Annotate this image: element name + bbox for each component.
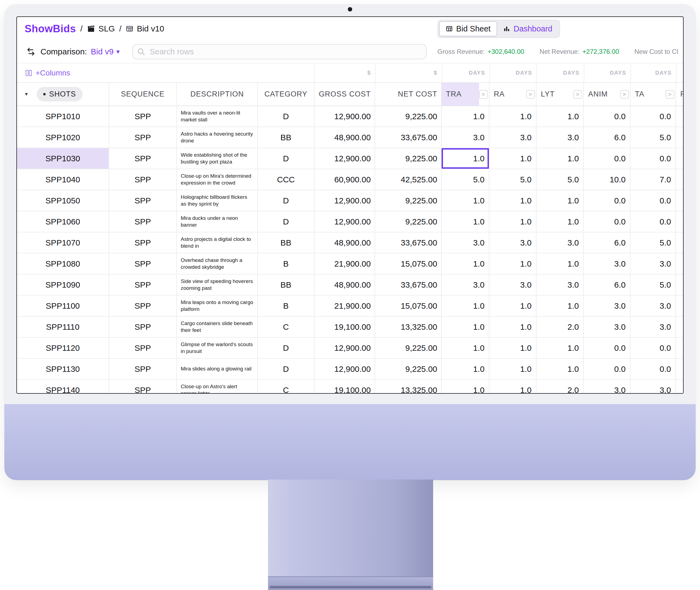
cell-gross-cost[interactable]: 48,900.00	[314, 127, 375, 148]
cell-lyt-days[interactable]: 1.0	[536, 106, 584, 126]
cell-anim-days[interactable]: 0.0	[584, 106, 630, 126]
cell-category[interactable]: B	[258, 296, 314, 316]
cell-r-days[interactable]	[676, 380, 684, 394]
cell-gross-cost[interactable]: 12,900.00	[314, 211, 375, 232]
cell-anim-days[interactable]: 3.0	[584, 296, 630, 316]
cell-gross-cost[interactable]: 48,900.00	[314, 275, 375, 295]
cell-r-days[interactable]	[676, 296, 684, 316]
cell-lyt-days[interactable]: 3.0	[536, 127, 584, 148]
cell-shot-id[interactable]: SPP1020	[17, 127, 109, 148]
cell-anim-days[interactable]: 3.0	[584, 254, 630, 274]
cell-gross-cost[interactable]: 21,900.00	[314, 254, 375, 274]
cell-tra-days[interactable]: 1.0	[441, 296, 489, 316]
comparison-select[interactable]: Bid v9	[91, 47, 113, 56]
cell-sequence[interactable]: SPP	[109, 148, 177, 169]
cell-shot-id[interactable]: SPP1130	[17, 359, 109, 379]
cell-ta-days[interactable]: 3.0	[630, 380, 676, 394]
cell-net-cost[interactable]: 13,325.00	[375, 317, 441, 337]
cell-sequence[interactable]: SPP	[109, 296, 177, 316]
column-header-label-lyt[interactable]: LYT	[536, 83, 573, 106]
cell-ta-days[interactable]: 0.0	[630, 338, 676, 358]
cell-gross-cost[interactable]: 12,900.00	[314, 338, 375, 358]
cell-anim-days[interactable]: 0.0	[584, 338, 630, 358]
chevron-down-icon[interactable]: ▾	[116, 48, 119, 56]
cell-shot-id[interactable]: SPP1080	[17, 254, 109, 274]
cell-ta-days[interactable]: 3.0	[630, 296, 676, 316]
cell-ta-days[interactable]: 0.0	[630, 148, 676, 169]
cell-net-cost[interactable]: 9,225.00	[375, 211, 441, 232]
cell-gross-cost[interactable]: 48,900.00	[314, 232, 375, 253]
cell-description[interactable]: Mira slides along a glowing rail	[177, 359, 258, 379]
cell-tra-days[interactable]: 1.0	[441, 190, 489, 211]
collapse-caret-icon[interactable]: ▼	[24, 92, 29, 97]
cell-r-days[interactable]	[676, 317, 684, 337]
cell-anim-days[interactable]: 0.0	[584, 148, 630, 169]
cell-lyt-days[interactable]: 1.0	[536, 254, 584, 274]
cell-gross-cost[interactable]: 12,900.00	[314, 148, 375, 169]
cell-r-days[interactable]	[676, 254, 684, 274]
cell-r-days[interactable]	[676, 211, 684, 232]
cell-net-cost[interactable]: 42,525.00	[375, 169, 441, 190]
cell-shot-id[interactable]: SPP1040	[17, 169, 109, 190]
cell-sequence[interactable]: SPP	[109, 232, 177, 253]
column-header-label-ra[interactable]: RA	[489, 83, 526, 106]
cell-ra-days[interactable]: 3.0	[489, 127, 536, 148]
cell-anim-days[interactable]: 6.0	[584, 232, 630, 253]
cell-description[interactable]: Side view of speeding hoverers zooming p…	[177, 275, 258, 295]
cell-description[interactable]: Astro projects a digital clock to blend …	[177, 232, 258, 253]
breadcrumb-bid[interactable]: Bid v10	[126, 24, 164, 33]
cell-shot-id[interactable]: SPP1090	[17, 275, 109, 295]
cell-net-cost[interactable]: 13,325.00	[375, 380, 441, 394]
cell-lyt-days[interactable]: 1.0	[536, 338, 584, 358]
cell-r-days[interactable]	[676, 127, 684, 148]
column-header-label-tra[interactable]: TRA	[441, 83, 479, 106]
cell-lyt-days[interactable]: 1.0	[536, 190, 584, 211]
breadcrumb-project[interactable]: SLG	[87, 24, 115, 33]
cell-ra-days[interactable]: 1.0	[489, 148, 536, 169]
cell-category[interactable]: CCC	[258, 169, 314, 190]
cell-tra-days[interactable]: 1.0	[441, 317, 489, 337]
cell-ta-days[interactable]: 0.0	[630, 211, 676, 232]
column-header-label-anim[interactable]: ANIM	[584, 83, 620, 106]
cell-net-cost[interactable]: 9,225.00	[375, 338, 441, 358]
cell-description[interactable]: Wide establishing shot of the bustling s…	[177, 148, 258, 169]
cell-description[interactable]: Mira leaps onto a moving cargo platform	[177, 296, 258, 316]
cell-r-days[interactable]	[676, 338, 684, 358]
cell-anim-days[interactable]: 0.0	[584, 211, 630, 232]
cell-description[interactable]: Astro hacks a hovering security drone	[177, 127, 258, 148]
cell-sequence[interactable]: SPP	[109, 211, 177, 232]
cell-description[interactable]: Mira ducks under a neon banner	[177, 211, 258, 232]
cell-category[interactable]: C	[258, 317, 314, 337]
cell-anim-days[interactable]: 6.0	[584, 275, 630, 295]
cell-category[interactable]: BB	[258, 275, 314, 295]
column-header-sequence[interactable]: SEQUENCE	[109, 83, 177, 106]
cell-sequence[interactable]: SPP	[109, 169, 177, 190]
cell-ra-days[interactable]: 3.0	[489, 232, 536, 253]
tab-dashboard[interactable]: Dashboard	[497, 21, 558, 36]
cell-tra-days[interactable]: 5.0	[441, 169, 489, 190]
column-header-gross[interactable]: GROSS COST	[314, 83, 375, 106]
cell-anim-days[interactable]: 0.0	[584, 190, 630, 211]
cell-shot-id[interactable]: SPP1060	[17, 211, 109, 232]
cell-tra-days[interactable]: 1.0	[441, 211, 489, 232]
tab-bid-sheet[interactable]: Bid Sheet	[439, 21, 497, 36]
cell-sequence[interactable]: SPP	[109, 254, 177, 274]
cell-tra-days[interactable]: 1.0	[441, 380, 489, 394]
cell-shot-id[interactable]: SPP1100	[17, 296, 109, 316]
cell-net-cost[interactable]: 33,675.00	[375, 127, 441, 148]
column-header-label-ta[interactable]: TA	[630, 83, 666, 106]
cell-lyt-days[interactable]: 1.0	[536, 296, 584, 316]
cell-description[interactable]: Mira vaults over a neon-lit market stall	[177, 106, 258, 126]
cell-category[interactable]: D	[258, 148, 314, 169]
cell-net-cost[interactable]: 9,225.00	[375, 190, 441, 211]
column-header-label-r[interactable]: R	[676, 83, 684, 106]
cell-net-cost[interactable]: 15,075.00	[375, 254, 441, 274]
cell-tra-days[interactable]: 3.0	[441, 275, 489, 295]
cell-ta-days[interactable]: 7.0	[630, 169, 676, 190]
cell-category[interactable]: C	[258, 380, 314, 394]
cell-ta-days[interactable]: 3.0	[630, 254, 676, 274]
shots-filter-pill[interactable]: SHOTS	[37, 87, 83, 101]
cell-anim-days[interactable]: 3.0	[584, 380, 630, 394]
cell-anim-days[interactable]: 6.0	[584, 127, 630, 148]
cell-r-days[interactable]	[676, 359, 684, 379]
